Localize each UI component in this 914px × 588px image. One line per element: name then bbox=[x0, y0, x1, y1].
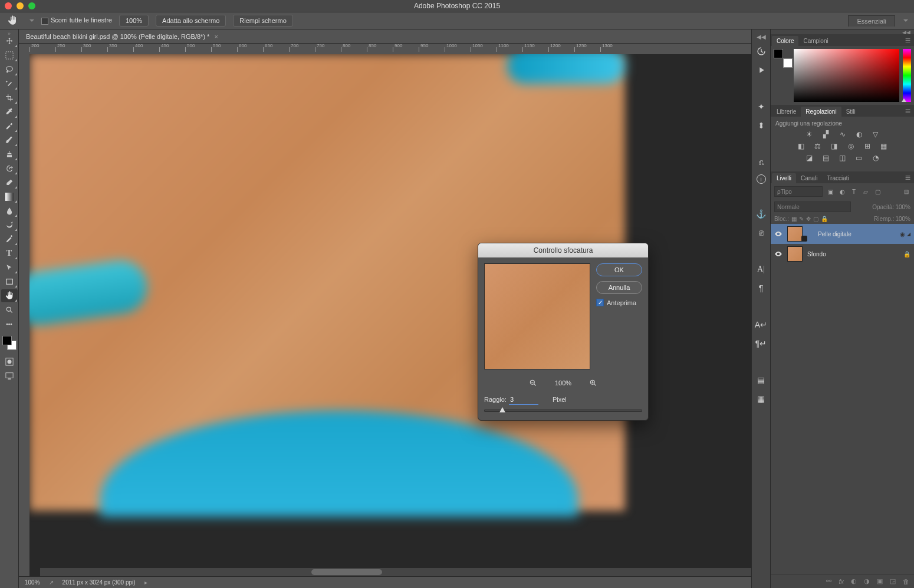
threshold-icon[interactable]: ◫ bbox=[838, 154, 847, 162]
posterize-icon[interactable]: ▤ bbox=[821, 154, 831, 162]
dialog-title[interactable]: Controllo sfocatura bbox=[478, 243, 648, 257]
delete-layer-icon[interactable]: 🗑 bbox=[903, 578, 909, 585]
radius-slider[interactable] bbox=[484, 409, 642, 412]
channel-mixer-icon[interactable]: ⊞ bbox=[863, 142, 872, 150]
fit-screen-button[interactable]: Adatta allo schermo bbox=[156, 15, 226, 27]
preview-checkbox-row[interactable]: ✓ Anteprima bbox=[596, 299, 642, 306]
filter-adjustment-icon[interactable]: ◐ bbox=[838, 187, 846, 196]
status-menu-icon[interactable]: ▸ bbox=[144, 579, 147, 586]
move-tool[interactable] bbox=[1, 35, 18, 48]
path-selection-tool[interactable] bbox=[1, 261, 18, 274]
brush-tool[interactable] bbox=[1, 134, 18, 147]
status-dimensions[interactable]: 2011 px x 3024 px (300 ppi) bbox=[63, 579, 136, 586]
tab-swatches[interactable]: Campioni bbox=[798, 36, 833, 46]
panel-fg-swatch[interactable] bbox=[774, 49, 783, 58]
layers-panel-menu-icon[interactable]: ≡ bbox=[902, 173, 914, 183]
rectangle-tool[interactable] bbox=[1, 275, 18, 288]
tab-styles[interactable]: Stili bbox=[841, 107, 860, 117]
color-panel-menu-icon[interactable]: ≡ bbox=[902, 35, 914, 46]
photo-filter-icon[interactable]: ◎ bbox=[846, 142, 856, 150]
lasso-tool[interactable] bbox=[1, 63, 18, 76]
zoom-100-button[interactable]: 100% bbox=[119, 15, 149, 27]
hue-slider[interactable] bbox=[903, 49, 911, 102]
properties-panel-icon[interactable]: ⎚ bbox=[755, 226, 768, 239]
tab-channels[interactable]: Canali bbox=[796, 173, 822, 183]
link-layers-icon[interactable]: ⚯ bbox=[826, 577, 831, 585]
clone-source-icon[interactable]: ⎌ bbox=[755, 156, 768, 169]
close-window-button[interactable] bbox=[5, 2, 12, 9]
selective-color-icon[interactable]: ◔ bbox=[871, 154, 880, 162]
filter-shape-icon[interactable]: ▱ bbox=[862, 187, 870, 196]
notes-panel-icon[interactable]: ▤ bbox=[755, 374, 768, 387]
status-zoom[interactable]: 100% bbox=[25, 579, 40, 586]
filter-toggle-icon[interactable]: ⊟ bbox=[902, 187, 910, 196]
layer-thumbnail[interactable] bbox=[787, 226, 803, 242]
lock-position-icon[interactable]: ✥ bbox=[806, 216, 811, 222]
tab-layers[interactable]: Livelli bbox=[772, 173, 796, 183]
vertical-ruler[interactable] bbox=[19, 54, 29, 576]
horizontal-ruler[interactable]: 2002503003504004505005506006507007508008… bbox=[19, 44, 751, 54]
color-field[interactable] bbox=[794, 49, 899, 102]
exposure-adjustment-icon[interactable]: ◐ bbox=[854, 130, 864, 138]
character-panel-icon[interactable]: A| bbox=[755, 263, 768, 276]
layer-item[interactable]: Pelle digitale◉◢ bbox=[771, 224, 914, 244]
slider-knob[interactable] bbox=[499, 407, 505, 412]
cancel-button[interactable]: Annulla bbox=[596, 281, 642, 294]
vibrance-adjustment-icon[interactable]: ▽ bbox=[871, 130, 880, 138]
workspace-dropdown-icon[interactable] bbox=[903, 19, 908, 22]
minimize-window-button[interactable] bbox=[17, 2, 24, 9]
tool-preset-dropdown[interactable] bbox=[29, 19, 34, 22]
paragraph-panel-icon[interactable]: ¶ bbox=[755, 282, 768, 295]
hand-tool[interactable] bbox=[1, 289, 18, 302]
right-collapse-icon[interactable]: ◀◀ bbox=[771, 29, 914, 34]
crop-tool[interactable] bbox=[1, 91, 18, 104]
tab-paths[interactable]: Tracciati bbox=[822, 173, 853, 183]
filter-type-icon[interactable]: T bbox=[850, 187, 858, 196]
scroll-all-windows-option[interactable]: Scorri tutte le finestre bbox=[41, 16, 112, 24]
filter-smart-icon[interactable]: ▢ bbox=[873, 187, 882, 196]
tab-libraries[interactable]: Librerie bbox=[772, 107, 801, 117]
blend-mode-select[interactable]: Normale bbox=[774, 201, 851, 212]
ok-button[interactable]: OK bbox=[596, 263, 642, 276]
history-panel-icon[interactable] bbox=[755, 45, 768, 58]
dodge-tool[interactable] bbox=[1, 219, 18, 232]
lock-pixels-icon[interactable]: ✎ bbox=[799, 216, 804, 222]
actions-panel-icon[interactable] bbox=[755, 64, 768, 77]
new-adjustment-layer-icon[interactable]: ◑ bbox=[864, 577, 870, 585]
strip-collapse-icon[interactable]: ◀◀ bbox=[756, 34, 767, 39]
layer-filter-kind[interactable]: ρ Tipo bbox=[774, 186, 823, 197]
bw-adjustment-icon[interactable]: ◨ bbox=[830, 142, 839, 150]
para-styles-panel-icon[interactable]: ¶↵ bbox=[755, 337, 768, 350]
layer-item[interactable]: Sfondo🔒 bbox=[771, 244, 914, 264]
hue-adjustment-icon[interactable]: ◧ bbox=[797, 142, 806, 150]
lock-all-icon[interactable]: 🔒 bbox=[821, 216, 828, 222]
navigator-panel-icon[interactable]: ⚓ bbox=[755, 207, 768, 220]
new-layer-icon[interactable]: ◲ bbox=[890, 577, 896, 585]
info-panel-icon[interactable]: i bbox=[757, 174, 766, 184]
eyedropper-tool[interactable] bbox=[1, 105, 18, 118]
lock-transparency-icon[interactable]: ▦ bbox=[791, 216, 797, 222]
blur-tool[interactable] bbox=[1, 204, 18, 217]
gradient-tool[interactable] bbox=[1, 190, 18, 203]
zoom-out-icon[interactable] bbox=[529, 379, 537, 387]
current-tool-icon[interactable] bbox=[6, 14, 19, 27]
zoom-in-icon[interactable] bbox=[589, 379, 597, 387]
pen-tool[interactable] bbox=[1, 233, 18, 246]
marquee-tool[interactable] bbox=[1, 49, 18, 62]
workspace-switcher[interactable]: Essenziali bbox=[848, 15, 895, 27]
canvas[interactable]: Controllo sfocatura OK Annulla ✓ Antepri… bbox=[29, 54, 751, 576]
opacity-value[interactable]: 100% bbox=[895, 204, 910, 210]
status-arrow-icon[interactable]: ↗ bbox=[49, 579, 54, 586]
curves-adjustment-icon[interactable]: ∿ bbox=[838, 130, 847, 138]
brightness-adjustment-icon[interactable]: ☀ bbox=[805, 130, 814, 138]
tab-color[interactable]: Colore bbox=[772, 36, 798, 46]
layer-expand-icon[interactable]: ◢ bbox=[907, 232, 910, 237]
color-swatches[interactable] bbox=[2, 336, 17, 350]
screen-mode-toggle[interactable] bbox=[1, 369, 18, 382]
clone-stamp-tool[interactable] bbox=[1, 148, 18, 161]
horizontal-scrollbar[interactable] bbox=[40, 568, 751, 576]
layer-comps-icon[interactable]: ▦ bbox=[755, 392, 768, 405]
document-tab[interactable]: Beautiful beach bikini girl.psd @ 100% (… bbox=[19, 29, 751, 44]
filter-pixel-icon[interactable]: ▣ bbox=[826, 187, 834, 196]
layer-fx-icon[interactable]: fx bbox=[839, 578, 844, 585]
